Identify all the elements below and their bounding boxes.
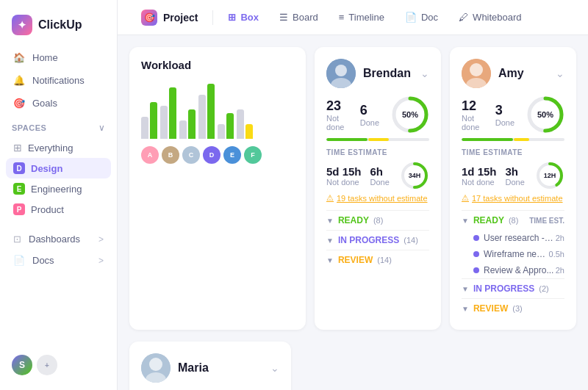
bar	[226, 113, 234, 139]
task-time-2: 0.5h	[549, 250, 564, 259]
tab-timeline[interactable]: ≡ Timeline	[330, 7, 393, 27]
spaces-section-header: Spaces ∨	[0, 114, 117, 137]
svg-point-15	[149, 358, 162, 371]
sidebar-item-design[interactable]: D Design	[6, 158, 111, 178]
amy-review-section[interactable]: ▼ REVIEW (3)	[462, 298, 564, 318]
bar	[141, 117, 148, 139]
amy-warn[interactable]: ⚠ 17 tasks without estimate	[462, 193, 564, 203]
task-name-2: Wireframe new...	[484, 249, 549, 259]
brendan-card: Brendan ⌄ 23 Not done 6 Done	[315, 47, 441, 330]
svg-point-1	[335, 65, 347, 76]
ready-arrow-icon: ▼	[326, 217, 334, 225]
whiteboard-icon: 🖊	[459, 12, 468, 23]
sidebar-item-home[interactable]: 🏠 Home	[6, 47, 111, 68]
amy-progress-bar	[462, 138, 564, 141]
brendan-inprogress-section[interactable]: ▼ IN PROGRESS (14)	[326, 230, 429, 250]
amy-inprogress-section[interactable]: ▼ IN PROGRESS (2)	[462, 278, 564, 298]
sidebar-item-goals[interactable]: 🎯 Goals	[6, 93, 111, 114]
bar-group-5	[218, 113, 234, 139]
chevron-down-icon[interactable]: ∨	[98, 123, 105, 133]
sidebar-item-everything[interactable]: ⊞ Everything	[6, 137, 111, 158]
brendan-inprogress-count: (14)	[404, 236, 418, 245]
brendan-ready-section[interactable]: ▼ READY (8)	[326, 210, 429, 230]
home-icon: 🏠	[13, 52, 25, 63]
maria-expand-icon[interactable]: ⌄	[270, 362, 279, 374]
sidebar-item-docs[interactable]: 📄 Docs >	[6, 250, 111, 271]
main-content: 🎯 Project ⊞ Box ☰ Board ≡ Timeline 📄 Doc…	[118, 0, 588, 390]
amy-ready-section[interactable]: ▼ READY (8) TIME EST.	[462, 210, 564, 230]
engineering-dot: E	[13, 183, 25, 195]
add-user-icon[interactable]: +	[37, 355, 57, 375]
brendan-name: Brendan	[363, 67, 411, 80]
workload-title: Workload	[141, 59, 294, 71]
brendan-time-done-val: 6h	[370, 165, 390, 178]
brendan-expand-icon[interactable]: ⌄	[420, 68, 429, 79]
avatar: E	[223, 146, 241, 164]
brendan-header: Brendan ⌄	[326, 59, 429, 88]
bar-group-3	[179, 109, 196, 139]
amy-time-row: 1d 15h Not done 3h Done 12H	[462, 161, 564, 190]
top-navigation: 🎯 Project ⊞ Box ☰ Board ≡ Timeline 📄 Doc…	[118, 0, 588, 35]
brendan-warn[interactable]: ⚠ 19 tasks without estimate	[326, 193, 429, 203]
box-icon: ⊞	[228, 12, 236, 23]
amy-time-done: 3h Done	[506, 165, 525, 187]
amy-stats: 12 Not done 3 Done 50%	[462, 95, 564, 134]
amy-not-done-value: 12	[462, 98, 484, 114]
amy-name: Amy	[498, 67, 524, 80]
brendan-time-not-done: 5d 15h Not done	[326, 165, 362, 187]
timeline-icon: ≡	[339, 12, 345, 23]
amy-inprogress-arrow-icon: ▼	[462, 285, 469, 293]
bar-group-6	[237, 109, 253, 139]
brendan-not-done-value: 23	[326, 98, 348, 114]
tab-board[interactable]: ☰ Board	[270, 7, 327, 27]
content-area: Workload	[118, 35, 588, 390]
brendan-progress-bar	[326, 138, 429, 141]
sidebar-item-engineering[interactable]: E Engineering	[6, 178, 111, 199]
amy-ready-label: READY	[473, 215, 504, 225]
task-name-1: User research - P...	[484, 233, 556, 243]
brendan-progress-circle: 50%	[391, 95, 429, 134]
main-nav: 🏠 Home 🔔 Notifications 🎯 Goals	[0, 47, 117, 114]
task-dot-2	[473, 251, 479, 257]
avatar-image	[326, 59, 356, 88]
review-arrow-icon: ▼	[326, 256, 334, 264]
logo-area[interactable]: ✦ ClickUp	[0, 9, 117, 47]
amy-ready-arrow-icon: ▼	[462, 217, 469, 225]
tab-box[interactable]: ⊞ Box	[219, 7, 268, 27]
maria-name: Maria	[178, 361, 209, 375]
logo-icon: ✦	[12, 15, 32, 35]
cards-row-bottom: Maria ⌄ 12 Not done 1 Done	[129, 342, 576, 390]
amy-review-count: (3)	[512, 304, 522, 313]
avatar: C	[182, 146, 200, 164]
sidebar-item-notifications[interactable]: 🔔 Notifications	[6, 70, 111, 91]
tab-doc[interactable]: 📄 Doc	[396, 7, 447, 27]
bar	[150, 102, 157, 139]
project-nav-item[interactable]: 🎯 Project	[132, 5, 207, 30]
brendan-time-not-done-lbl: Not done	[326, 178, 362, 187]
docs-chevron-icon: >	[98, 256, 104, 266]
design-dot: D	[13, 162, 25, 174]
brendan-percent-text: 50%	[402, 110, 418, 119]
user-avatar[interactable]: S	[12, 355, 32, 375]
amy-not-done-stat: 12 Not done	[462, 98, 484, 131]
amy-ready-count: (8)	[509, 216, 518, 225]
goals-icon: 🎯	[13, 98, 25, 109]
task-row-2: Wireframe new... 0.5h	[462, 246, 564, 262]
tab-whiteboard[interactable]: 🖊 Whiteboard	[450, 7, 530, 27]
brendan-done-value: 6	[360, 103, 379, 118]
brendan-time-done-lbl: Done	[370, 178, 390, 187]
amy-progress-circle: 50%	[526, 95, 564, 134]
grid-icon: ⊞	[13, 142, 22, 154]
amy-inprogress-count: (2)	[539, 284, 548, 293]
amy-expand-icon[interactable]: ⌄	[556, 68, 564, 79]
brendan-review-section[interactable]: ▼ REVIEW (14)	[326, 250, 429, 270]
sidebar-item-dashboards[interactable]: ⊡ Dashboards >	[6, 228, 111, 250]
bar	[218, 124, 225, 139]
bar	[179, 120, 187, 139]
sidebar-item-product[interactable]: P Product	[6, 199, 111, 220]
inprogress-arrow-icon: ▼	[326, 236, 334, 245]
amy-time-done-val: 3h	[506, 165, 525, 178]
brendan-ready-label: READY	[338, 215, 369, 225]
workload-chart	[141, 80, 294, 139]
bar-group-4	[198, 84, 215, 139]
